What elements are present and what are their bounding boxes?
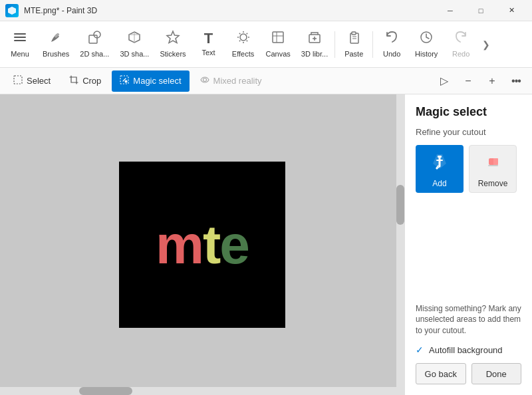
sub-toolbar-right: ▷ − + •••	[434, 70, 527, 92]
svg-point-7	[240, 34, 247, 41]
close-button[interactable]: ✕	[496, 0, 527, 21]
stickers-label: Stickers	[160, 50, 186, 59]
history-icon	[419, 30, 434, 47]
vertical-scrollbar[interactable]	[396, 94, 404, 395]
mixed-reality-button[interactable]: Mixed reality	[192, 70, 270, 92]
more-options-button[interactable]: •••	[505, 70, 527, 92]
title-bar: MTE.png* - Paint 3D ─ □ ✕	[0, 0, 532, 21]
toolbar-redo[interactable]: Redo	[444, 23, 478, 66]
window-controls: ─ □ ✕	[435, 0, 527, 21]
mixed-reality-icon	[200, 75, 209, 86]
toolbar-canvas[interactable]: Canvas	[261, 23, 296, 66]
magic-select-icon	[120, 75, 129, 86]
brushes-label: Brushes	[43, 50, 69, 59]
add-tool-button[interactable]: Add	[416, 145, 464, 193]
autofill-checkmark: ✓	[416, 344, 424, 355]
panel-buttons: Go back Done	[416, 363, 521, 384]
shape-tool-button[interactable]: ▷	[434, 70, 455, 92]
paste-label: Paste	[344, 50, 363, 59]
svg-rect-11	[352, 32, 356, 35]
svg-marker-0	[8, 7, 16, 15]
canvas-label: Canvas	[266, 50, 291, 59]
menu-icon	[13, 30, 27, 47]
svg-rect-20	[488, 165, 498, 166]
brushes-icon	[49, 30, 63, 47]
app-icon	[5, 4, 19, 17]
crop-button[interactable]: Crop	[61, 70, 109, 92]
stickers-icon	[166, 30, 180, 47]
undo-label: Undo	[383, 50, 400, 59]
3dlib-label: 3D libr...	[301, 50, 328, 59]
toolbar-separator-2	[372, 31, 373, 58]
toolbar-effects[interactable]: Effects	[226, 23, 261, 66]
toolbar-more[interactable]: ❯	[478, 23, 494, 66]
select-label: Select	[27, 76, 51, 86]
effects-label: Effects	[232, 50, 254, 59]
text-icon: T	[204, 31, 213, 46]
svg-rect-8	[273, 32, 283, 43]
done-button[interactable]: Done	[471, 363, 522, 384]
toolbar-separator	[334, 31, 335, 58]
toolbar-3dshapes[interactable]: 3D sha...	[114, 23, 154, 66]
svg-point-16	[203, 78, 206, 82]
letter-m: m	[156, 213, 203, 276]
toolbar-paste[interactable]: Paste	[336, 23, 371, 66]
main-toolbar: Menu Brushes 2D sha...	[0, 21, 532, 68]
title-bar-left: MTE.png* - Paint 3D	[5, 4, 97, 17]
svg-rect-3	[14, 40, 26, 41]
panel-subtitle: Refine your cutout	[416, 127, 521, 137]
svg-rect-5	[89, 35, 97, 43]
ellipsis-icon: •••	[511, 75, 521, 87]
redo-label: Redo	[452, 50, 469, 59]
canvas-icon	[271, 30, 285, 47]
sub-toolbar: Select Crop Magic select Mixed r	[0, 68, 532, 94]
canvas-area[interactable]: m t e	[0, 94, 404, 395]
chevron-right-icon: ❯	[482, 39, 490, 50]
2dshapes-label: 2D sha...	[80, 50, 109, 59]
svg-rect-2	[14, 37, 26, 38]
remove-tool-button[interactable]: Remove	[469, 145, 517, 193]
2dshapes-icon	[87, 30, 102, 47]
undo-icon	[384, 30, 399, 47]
3dshapes-label: 3D sha...	[120, 50, 149, 59]
letter-t: t	[203, 213, 219, 276]
image-canvas: m t e	[119, 162, 285, 328]
mixed-reality-label: Mixed reality	[213, 76, 262, 86]
toolbar-stickers[interactable]: Stickers	[154, 23, 191, 66]
autofill-label: Autofill background	[429, 345, 503, 355]
toolbar-text[interactable]: T Text	[192, 23, 226, 66]
panel-title: Magic select	[416, 105, 521, 119]
svg-rect-1	[14, 33, 26, 35]
toolbar-brushes[interactable]: Brushes	[37, 23, 74, 66]
zoom-out-button[interactable]: −	[458, 70, 479, 92]
crop-icon	[69, 75, 78, 86]
vertical-scroll-thumb[interactable]	[396, 185, 404, 225]
svg-rect-13	[14, 76, 22, 84]
toolbar-undo[interactable]: Undo	[374, 23, 409, 66]
svg-rect-19	[493, 158, 498, 165]
horizontal-scrollbar[interactable]	[0, 387, 396, 395]
3dshapes-icon	[127, 30, 142, 47]
panel-hint: Missing something? Mark any unselected a…	[416, 303, 521, 336]
magic-select-button[interactable]: Magic select	[112, 70, 189, 92]
toolbar-menu[interactable]: Menu	[3, 23, 37, 66]
panel-tools: Add Remove	[416, 145, 521, 193]
remove-tool-label: Remove	[478, 179, 508, 188]
main-content: m t e Magic select Refine your cutout	[0, 94, 532, 395]
autofill-row[interactable]: ✓ Autofill background	[416, 344, 521, 355]
effects-icon	[236, 30, 251, 47]
toolbar-3dlib[interactable]: 3D libr...	[296, 23, 333, 66]
toolbar-history[interactable]: History	[409, 23, 444, 66]
zoom-in-button[interactable]: +	[481, 70, 503, 92]
toolbar-2dshapes[interactable]: 2D sha...	[74, 23, 114, 66]
text-label: Text	[201, 49, 215, 57]
mte-image: m t e	[156, 213, 249, 276]
remove-tool-icon	[482, 150, 503, 176]
minimize-button[interactable]: ─	[435, 0, 466, 21]
go-back-button[interactable]: Go back	[416, 363, 466, 384]
select-button[interactable]: Select	[5, 70, 59, 92]
window-title: MTE.png* - Paint 3D	[24, 6, 97, 15]
horizontal-scroll-thumb[interactable]	[79, 387, 132, 395]
right-panel: Magic select Refine your cutout	[404, 94, 532, 395]
maximize-button[interactable]: □	[466, 0, 496, 21]
